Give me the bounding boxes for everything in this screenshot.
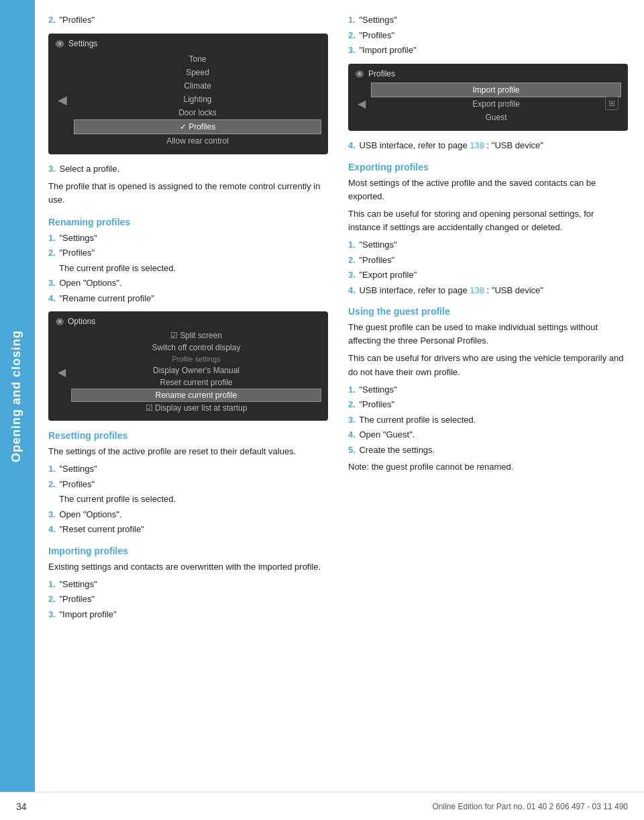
importing-desc: Existing settings and contacts are overw… [48,560,328,574]
importing-steps: 1. "Settings" 2. "Profiles" 3. "Import p… [48,578,328,621]
resetting-title: Resetting profiles [48,430,328,441]
guest-desc1: The guest profile can be used to make in… [348,321,628,348]
importing-title: Importing profiles [48,546,328,556]
guest-item: Guest [371,111,621,124]
guest-note: Note: the guest profile cannot be rename… [348,460,628,474]
step3-num: 3. [48,164,56,174]
menu-rear-control: Allow rear control [74,134,321,148]
profiles-gear-icon [355,69,364,79]
exporting-steps: 1. "Settings" 2. "Profiles" 3. "Export p… [348,238,628,297]
step2-label: "Profiles" [59,15,95,25]
guest-desc2: This can be useful for drivers who are u… [348,352,628,378]
exporting-desc2: This can be useful for storing and openi… [348,207,628,234]
import-right-step2: 2. "Profiles" [348,29,628,42]
settings-screen-mockup: Settings ◀ Tone Speed Climate Lighting D… [48,34,328,154]
guest-step3: 3. The current profile is selected. [348,413,628,427]
options-switch-off: Switch off control display [71,342,321,354]
import-page-ref: 138 [470,140,484,150]
import-right-steps: 1. "Settings" 2. "Profiles" 3. "Import p… [348,13,628,57]
guest-step4: 4. Open "Guest". [348,428,628,442]
resetting-step1: 1. "Settings" [48,462,328,476]
exporting-desc1: Most settings of the active profile and … [348,176,628,203]
resetting-step3: 3. Open "Options". [48,508,328,521]
renaming-steps: 1. "Settings" 2. "Profiles" The current … [48,232,328,305]
options-reset-profile: Reset current profile [71,376,321,389]
options-rename-profile: Rename current profile [71,389,321,402]
exporting-step1: 1. "Settings" [348,238,628,252]
guest-title: Using the guest profile [348,306,628,317]
step2-num: 2. [48,15,56,25]
menu-doorlocks: Door locks [74,106,321,119]
import-right-step3: 3. "Import profile" [348,44,628,57]
sidebar-label: Opening and closing [9,329,23,462]
guest-step1: 1. "Settings" [348,383,628,397]
step3-desc: The profile that is opened is assigned t… [48,180,328,207]
renaming-step3: 3. Open "Options". [48,276,328,290]
resetting-steps: 1. "Settings" 2. "Profiles" The current … [48,462,328,536]
renaming-step2: 2. "Profiles" [48,246,328,260]
importing-step3: 3. "Import profile" [48,608,328,621]
renaming-step1: 1. "Settings" [48,232,328,245]
importing-step1: 1. "Settings" [48,578,328,591]
profiles-screen-title: Profiles [368,69,395,79]
settings-title: Settings [68,39,97,48]
options-screen-mockup: Options ◀ Split screen Switch off contro… [48,311,328,421]
resetting-step4: 4. "Reset current profile" [48,523,328,536]
guest-step2: 2. "Profiles" [348,398,628,411]
resetting-step2: 2. "Profiles" [48,478,328,491]
guest-step5: 5. Create the settings. [348,444,628,457]
import-profile-item: Import profile [371,83,621,97]
page-number: 34 [16,801,27,812]
guest-steps: 1. "Settings" 2. "Profiles" 3. The curre… [348,383,628,457]
exporting-page-ref: 138 [470,285,484,295]
exporting-step3: 3. "Export profile" [348,268,628,282]
exporting-step4: 4. USB interface, refer to page 138 : "U… [348,284,628,297]
export-profile-item: Export profile [371,97,621,111]
gear-icon [55,39,64,48]
options-display-manual: Display Owner's Manual [71,364,321,376]
import-step4: 4. USB interface, refer to page 138 : "U… [348,139,628,152]
resetting-step2-desc: The current profile is selected. [59,493,328,506]
menu-lighting: Lighting [74,93,321,106]
options-display-user-list: Display user list at startup [71,402,321,414]
options-profile-settings: Profile settings [71,354,321,364]
menu-profiles: ✓ Profiles [74,119,321,134]
options-split-screen: Split screen [71,329,321,342]
blue-divider [32,0,35,792]
exporting-title: Exporting profiles [348,162,628,172]
profiles-screen-header: Profiles [355,69,621,79]
menu-tone: Tone [74,52,321,66]
profiles-screen-mockup: Profiles ◀ Import profile Export profile… [348,64,628,131]
menu-speed: Speed [74,66,321,79]
step3-label: Select a profile. [59,164,119,174]
renaming-step2-desc: The current profile is selected. [59,262,328,275]
step3-text: 3. Select a profile. [48,162,328,176]
menu-climate: Climate [74,79,321,93]
settings-screen-header: Settings [55,39,321,48]
resetting-desc: The settings of the active profile are r… [48,445,328,458]
footer-text: Online Edition for Part no. 01 40 2 606 … [432,802,628,811]
options-gear-icon [55,317,64,326]
right-column: 1. "Settings" 2. "Profiles" 3. "Import p… [348,13,628,625]
importing-step2: 2. "Profiles" [48,593,328,606]
bottom-bar: 34 Online Edition for Part no. 01 40 2 6… [0,792,644,820]
renaming-step4: 4. "Rename current profile" [48,292,328,305]
left-column: 2. "Profiles" Settings ◀ Tone Speed Clim… [48,13,328,625]
renaming-title: Renaming profiles [48,217,328,227]
intro-step2: 2. "Profiles" [48,13,328,27]
exporting-step2: 2. "Profiles" [348,254,628,267]
options-header: Options [55,317,321,326]
import-right-step1: 1. "Settings" [348,13,628,27]
options-title: Options [68,317,95,326]
sidebar: Opening and closing [0,0,32,792]
